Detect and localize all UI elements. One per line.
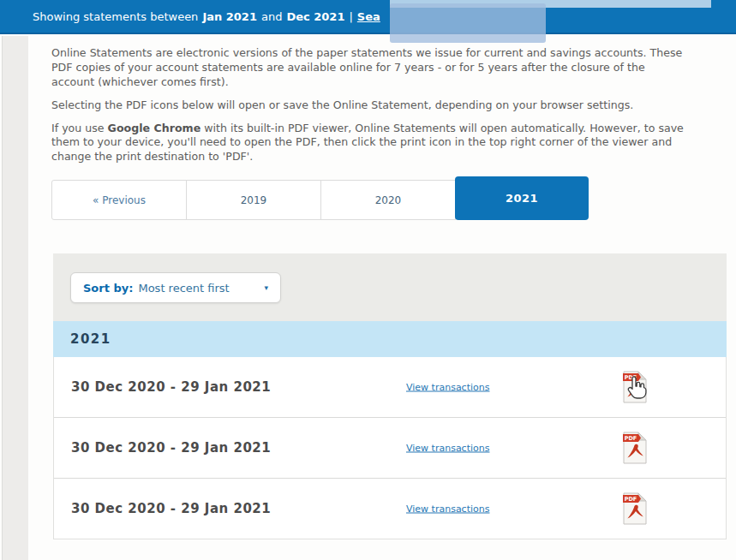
statement-row: 30 Dec 2020 - 29 Jan 2021 View transacti…: [54, 479, 726, 539]
banner-prefix-text: Showing statements between: [33, 10, 198, 23]
year-section-header: 2021: [53, 321, 727, 357]
intro-text-block: Online Statements are electronic version…: [51, 46, 685, 173]
view-transactions-link[interactable]: View transactions: [406, 443, 489, 454]
pdf-ribbon-label: PDF: [625, 374, 637, 381]
pdf-document-icon[interactable]: PDF: [622, 370, 648, 404]
redaction-patch-main: [390, 3, 546, 43]
statement-row: 30 Dec 2020 - 29 Jan 2021 View transacti…: [54, 357, 726, 418]
statement-date-range: 30 Dec 2020 - 29 Jan 2021: [71, 501, 271, 516]
pdf-document-icon[interactable]: PDF: [622, 431, 648, 465]
sort-panel: Sort by: Most recent first ▾: [53, 253, 727, 321]
chevron-down-icon: ▾: [264, 283, 268, 292]
tab-2020[interactable]: 2020: [320, 180, 456, 220]
intro-p3-bold: Google Chrome: [108, 122, 201, 134]
statement-date-range: 30 Dec 2020 - 29 Jan 2021: [71, 440, 271, 456]
view-transactions-link[interactable]: View transactions: [406, 503, 489, 515]
pdf-ribbon-label: PDF: [625, 435, 637, 442]
year-section-label: 2021: [70, 331, 111, 347]
intro-paragraph-2: Selecting the PDF icons below will open …: [51, 98, 685, 113]
page-left-gutter: [2, 36, 28, 560]
banner-end-month: Dec 2021: [286, 10, 344, 23]
sort-by-value: Most recent first: [138, 282, 229, 295]
search-again-link[interactable]: Sea: [357, 10, 380, 23]
sort-by-dropdown[interactable]: Sort by: Most recent first ▾: [70, 272, 281, 303]
statement-row: 30 Dec 2020 - 29 Jan 2021 View transacti…: [54, 418, 726, 479]
view-transactions-link[interactable]: View transactions: [406, 382, 489, 393]
tab-2021[interactable]: 2021: [455, 176, 589, 220]
banner-separator: |: [349, 10, 352, 23]
intro-paragraph-3: If you use Google Chrome with its built-…: [51, 122, 685, 165]
pdf-document-icon[interactable]: PDF: [622, 491, 648, 526]
tab-2019[interactable]: 2019: [186, 180, 321, 220]
statement-list: 30 Dec 2020 - 29 Jan 2021 View transacti…: [53, 357, 727, 539]
statements-card: Sort by: Most recent first ▾ 2021 30 Dec…: [53, 253, 727, 539]
tab-previous[interactable]: « Previous: [51, 180, 187, 220]
sort-by-label: Sort by:: [83, 282, 133, 295]
year-tab-bar: « Previous 2019 2020 2021: [51, 180, 589, 220]
intro-paragraph-1: Online Statements are electronic version…: [51, 46, 685, 90]
statement-date-range: 30 Dec 2020 - 29 Jan 2021: [71, 379, 271, 395]
banner-start-month: Jan 2021: [202, 10, 257, 23]
pdf-ribbon-label: PDF: [625, 496, 637, 503]
banner-connector-text: and: [261, 10, 282, 23]
intro-p3-prefix: If you use: [51, 122, 108, 134]
